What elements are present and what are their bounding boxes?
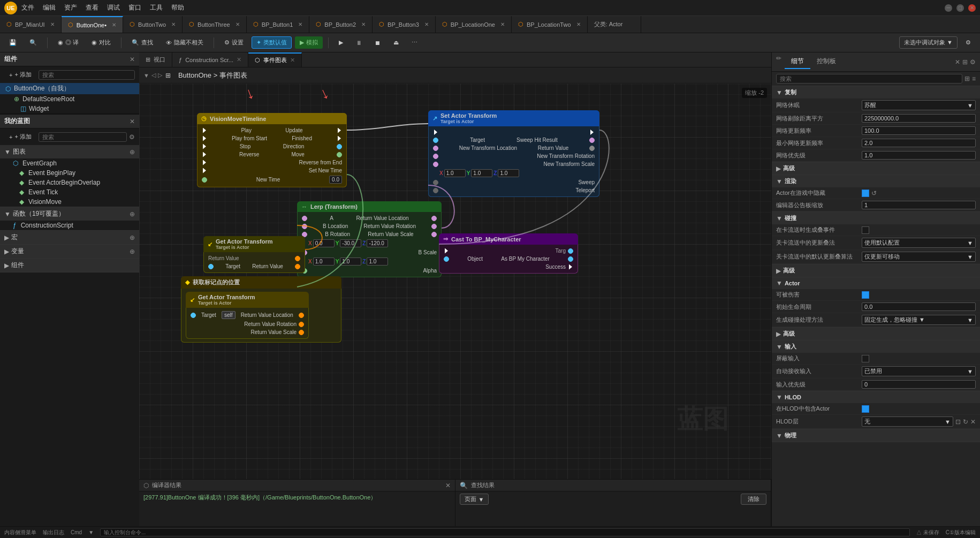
- save-button[interactable]: 💾: [4, 37, 21, 48]
- node-get-marker-position[interactable]: ◆ 获取标记点的位置 ↙ Get Actor Transform Target …: [181, 276, 341, 343]
- close-button[interactable]: ✕: [968, 4, 976, 12]
- mybp-macros-header[interactable]: ▶ 宏 ⊕: [0, 231, 139, 244]
- browse-button[interactable]: 🔍: [25, 37, 42, 48]
- detail-input-netupdate[interactable]: [862, 126, 976, 135]
- blueprint-canvas[interactable]: 缩放 -2 蓝图 ◷ VisionMoveTimeline Play Updat…: [139, 84, 771, 479]
- section-input-header[interactable]: ▼ 输入: [772, 340, 980, 353]
- mybp-eventtick[interactable]: ◆ Event Tick: [0, 187, 139, 197]
- section-advanced3-header[interactable]: ▶ 高级: [772, 328, 980, 340]
- node-get2-inner[interactable]: ↙ Get Actor Transform Target is Actor Ta…: [186, 292, 309, 339]
- components-search-input[interactable]: [39, 70, 135, 80]
- tab-actor[interactable]: 父类: Actor: [588, 16, 641, 33]
- checkbox-includehlod[interactable]: [862, 405, 869, 413]
- mybp-actoroverlap[interactable]: ◆ Event ActorBeginOverlap: [0, 178, 139, 187]
- section-hlod-header[interactable]: ▼ HLOD: [772, 391, 980, 403]
- section-advanced2-header[interactable]: ▶ 高级: [772, 264, 980, 277]
- eject-button[interactable]: ⏏: [389, 37, 404, 48]
- mybp-graphs-header[interactable]: ▼ 图表 ⊕: [0, 145, 139, 158]
- dropdown-default-overlap[interactable]: 仅更新可移动 ▼: [862, 252, 976, 262]
- tab-bp-button2[interactable]: ⬡ BP_Button2 ✕: [309, 16, 373, 33]
- tab-close-icon[interactable]: ✕: [298, 21, 302, 27]
- cmd-input[interactable]: [100, 528, 910, 536]
- mybp-constructionscript[interactable]: ƒ ConstructionScript: [0, 221, 139, 230]
- find-button[interactable]: 🔍 查找: [127, 36, 158, 49]
- component-item-buttonone[interactable]: ⬡ ButtonOne（自我）: [0, 83, 139, 94]
- play-more-button[interactable]: ⋯: [407, 37, 422, 48]
- right-tab-controlpanel[interactable]: 控制板: [810, 55, 842, 69]
- right-panel-close-button[interactable]: ✕: [955, 58, 960, 66]
- component-item-defaultsceneroot[interactable]: ⊕ DefaultSceneRoot: [0, 94, 139, 104]
- checkbox-blockinput[interactable]: [862, 355, 869, 362]
- menu-debug[interactable]: 调试: [107, 3, 120, 12]
- tab-bp-locationone[interactable]: ⬡ BP_LocationOne ✕: [436, 16, 512, 33]
- pause-button[interactable]: ⏸: [351, 37, 367, 48]
- section-rendering-header[interactable]: ▼ 渲染: [772, 175, 980, 187]
- nav-dropdown-icon[interactable]: ▼: [143, 72, 149, 79]
- tab-close-icon[interactable]: ✕: [171, 21, 176, 27]
- mybp-panel-close[interactable]: ✕: [130, 118, 135, 125]
- mybp-search-input[interactable]: [39, 132, 127, 142]
- reset-icon[interactable]: ↺: [871, 190, 877, 197]
- debug-options-button[interactable]: ⚙: [961, 37, 976, 48]
- mybp-visionmove[interactable]: ◆ VisionMove: [0, 197, 139, 207]
- checkbox-canbedamaged[interactable]: [862, 291, 869, 299]
- debug-dropdown[interactable]: 未选中调试对象 ▼: [899, 36, 958, 49]
- checkbox-gen-overlap[interactable]: [862, 226, 869, 234]
- checkbox-hidden[interactable]: [862, 190, 869, 197]
- right-tab-details[interactable]: 细节: [785, 55, 810, 69]
- tab-bp-button1[interactable]: ⬡ BP_Button1 ✕: [247, 16, 310, 33]
- mybp-eventgraph[interactable]: ⬡ EventGraph: [0, 158, 139, 168]
- minimize-button[interactable]: ─: [945, 4, 952, 12]
- dropdown-spawn[interactable]: 固定生成，忽略碰撞 ▼ ▼: [862, 315, 976, 325]
- hlod-clear-icon[interactable]: ✕: [970, 418, 976, 426]
- tab-close-icon[interactable]: ✕: [112, 22, 116, 28]
- components-add-button[interactable]: + + 添加: [4, 69, 36, 81]
- search-icon[interactable]: ⊞: [964, 75, 970, 82]
- menu-edit[interactable]: 编辑: [43, 3, 56, 12]
- nav-prev-icon[interactable]: ◁: [151, 72, 156, 79]
- content-slider-button[interactable]: 内容侧滑菜单: [4, 529, 36, 536]
- hlod-browse-icon[interactable]: ⊡: [955, 418, 961, 426]
- tab-close-icon[interactable]: ✕: [361, 21, 366, 27]
- center-tab-viewport[interactable]: ⊞ 视口: [139, 52, 172, 67]
- tab-bp-button3[interactable]: ⬡ BP_Button3 ✕: [373, 16, 436, 33]
- mybp-section-add-icon[interactable]: ⊕: [130, 148, 135, 156]
- play-button[interactable]: ▶: [334, 37, 348, 48]
- page-button[interactable]: 页面 ▼: [460, 494, 489, 505]
- right-search-input[interactable]: [776, 74, 962, 84]
- section-advanced-header[interactable]: ▶ 高级: [772, 162, 980, 175]
- compare-button[interactable]: ◉ 对比: [87, 36, 116, 49]
- dropdown-sleep[interactable]: 苏醒 ▼: [862, 100, 976, 110]
- fullscreen-icon[interactable]: ⊞: [165, 72, 171, 79]
- detail-input-inputpriority[interactable]: [862, 380, 976, 389]
- mybp-add-button[interactable]: + + 添加: [4, 131, 36, 143]
- z-brot-input[interactable]: [367, 239, 388, 247]
- tab-close-icon[interactable]: ✕: [50, 21, 55, 27]
- component-item-widget[interactable]: ◫ Widget: [0, 104, 139, 113]
- mybp-beginplay[interactable]: ◆ Event BeginPlay: [0, 168, 139, 178]
- detail-input-netpriority[interactable]: [862, 151, 976, 160]
- detail-input-initiallife[interactable]: [862, 302, 976, 311]
- mybp-var-add-icon[interactable]: ⊕: [130, 248, 135, 255]
- menu-asset[interactable]: 资产: [64, 3, 77, 12]
- dropdown-hlodlayer-none[interactable]: 无 ▼: [862, 416, 953, 427]
- right-panel-settings-icon[interactable]: ⚙: [970, 58, 976, 66]
- center-tab-eventgraph[interactable]: ⬡ 事件图表 ✕: [248, 52, 302, 67]
- tab-close-icon[interactable]: ✕: [235, 21, 240, 27]
- center-tab-construction[interactable]: ƒ Construction Scr... ✕: [172, 52, 248, 67]
- stop-button[interactable]: ⏹: [370, 37, 385, 48]
- detail-input-billboard[interactable]: [862, 201, 976, 209]
- section-replication-header[interactable]: ▼ 复制: [772, 86, 980, 98]
- mybp-fn-add-icon[interactable]: ⊕: [130, 210, 135, 218]
- hide-button[interactable]: 👁 隐藏不相关: [161, 36, 208, 49]
- nav-next-icon[interactable]: ▷: [158, 72, 162, 79]
- menu-file[interactable]: 文件: [21, 3, 34, 12]
- tab-bp-locationtwo[interactable]: ⬡ BP_LocationTwo ✕: [512, 16, 588, 33]
- tab-bp-mianui[interactable]: ⬡ BP_MianUI ✕: [0, 16, 62, 33]
- compiler-close-button[interactable]: ✕: [445, 482, 451, 489]
- mybp-variables-header[interactable]: ▶ 变量 ⊕: [0, 245, 139, 258]
- clear-button[interactable]: 清除: [741, 494, 766, 505]
- menu-window[interactable]: 窗口: [128, 3, 141, 12]
- menu-tools[interactable]: 工具: [150, 3, 163, 12]
- node-timeline[interactable]: ◷ VisionMoveTimeline Play Update Play fr…: [197, 113, 347, 187]
